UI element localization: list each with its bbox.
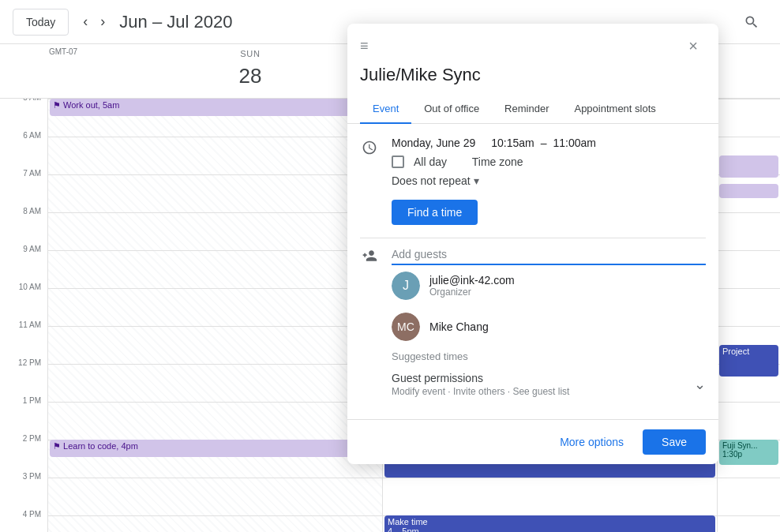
time-3pm: 3 PM: [23, 472, 41, 481]
more-options-button[interactable]: More options: [547, 429, 636, 455]
tab-reminder[interactable]: Reminder: [492, 95, 561, 124]
time-1pm: 1 PM: [23, 396, 41, 405]
event-learn-code[interactable]: ⚑ Learn to code, 4pm: [50, 440, 381, 457]
allday-label[interactable]: All day: [414, 155, 447, 168]
permissions-title: Guest permissions: [392, 372, 569, 384]
event-workout-sun[interactable]: ⚑ Work out, 5am: [50, 99, 381, 116]
clock-icon: [360, 138, 379, 157]
modal-tabs: Event Out of office Reminder Appointment…: [347, 95, 718, 124]
datetime-row: Monday, June 29 10:15am – 11:00am All da…: [360, 137, 706, 225]
guest-role-julie: Organizer: [429, 287, 706, 298]
modal-title: Julie/Mike Sync: [347, 65, 718, 95]
event-right-1[interactable]: [719, 155, 778, 178]
time-7am: 7 AM: [23, 169, 41, 178]
permissions-row[interactable]: Guest permissions Modify event · Invite …: [392, 372, 706, 397]
permissions-info: Guest permissions Modify event · Invite …: [392, 372, 569, 397]
add-guests-input[interactable]: [392, 245, 706, 265]
tab-out-of-office[interactable]: Out of office: [411, 95, 492, 124]
guest-avatar-mike: MC: [392, 313, 420, 341]
find-time-button[interactable]: Find a time: [392, 200, 478, 225]
event-right-2[interactable]: [719, 184, 778, 198]
time-6am: 6 AM: [23, 131, 41, 140]
time-9am: 9 AM: [23, 245, 41, 253]
datetime-display: Monday, June 29 10:15am – 11:00am: [392, 137, 706, 149]
guest-avatar-julie: J: [392, 272, 420, 300]
event-project-right[interactable]: Project: [719, 345, 778, 377]
sunday-column[interactable]: ⚑ Work out, 5am ⚑ Learn to code, 4pm: [47, 99, 382, 532]
guests-content: J julie@ink-42.com Organizer: [392, 245, 706, 397]
guest-item-julie: J julie@ink-42.com Organizer: [392, 265, 706, 306]
permissions-details: Modify event · Invite others · See guest…: [392, 386, 569, 397]
time-11am: 11 AM: [19, 320, 41, 329]
timezone-label[interactable]: Time zone: [472, 155, 523, 168]
event-fuji-sync[interactable]: Fuji Syn... 1:30p: [719, 440, 778, 465]
gmt-label: GMT-07: [47, 44, 79, 59]
event-time-end[interactable]: 11:00am: [553, 137, 596, 149]
tab-event[interactable]: Event: [360, 95, 411, 124]
allday-row: All day Time zone: [392, 155, 706, 168]
chevron-down-icon: ▾: [474, 174, 479, 187]
svg-text:J: J: [403, 279, 409, 292]
guests-icon: [360, 246, 379, 265]
close-button[interactable]: ×: [681, 33, 706, 58]
time-8am: 8 AM: [23, 207, 41, 215]
day-num-sun[interactable]: 28: [233, 58, 268, 93]
allday-checkbox[interactable]: [392, 155, 404, 168]
svg-text:MC: MC: [397, 320, 414, 333]
time-12pm: 12 PM: [18, 358, 41, 367]
guest-info-julie: julie@ink-42.com Organizer: [429, 274, 706, 298]
guest-name-mike: Mike Chang: [429, 320, 706, 333]
guest-item-mike: MC Mike Chang: [392, 306, 706, 347]
time-2pm: 2 PM: [23, 434, 41, 443]
prev-button[interactable]: ‹: [78, 9, 92, 35]
next-button[interactable]: ›: [96, 9, 110, 35]
time-separator: –: [541, 137, 547, 149]
datetime-content: Monday, June 29 10:15am – 11:00am All da…: [392, 137, 706, 225]
modal-body: Monday, June 29 10:15am – 11:00am All da…: [347, 124, 718, 416]
modal-footer: More options Save: [347, 419, 718, 464]
nav-arrows: ‹ ›: [78, 9, 110, 35]
guest-email-julie: julie@ink-42.com: [429, 274, 706, 287]
event-modal: ≡ × Julie/Mike Sync Event Out of office …: [347, 24, 718, 464]
suggested-times[interactable]: Suggested times: [392, 347, 706, 365]
save-button[interactable]: Save: [643, 429, 706, 455]
section-divider-1: [360, 238, 706, 238]
modal-header: ≡ ×: [347, 24, 718, 65]
tab-appointment-slots[interactable]: Appointment slots: [561, 95, 668, 124]
time-5am: 5 AM: [23, 99, 41, 102]
event-date[interactable]: Monday, June 29: [392, 137, 475, 149]
repeat-label: Does not repeat: [392, 174, 471, 187]
today-button[interactable]: Today: [13, 9, 69, 36]
drag-handle-icon[interactable]: ≡: [360, 38, 369, 54]
guests-row: J julie@ink-42.com Organizer: [360, 245, 706, 397]
event-make-time[interactable]: Make time 4 – 5pm: [384, 515, 715, 532]
time-4pm: 4 PM: [23, 510, 41, 519]
right-column: Project Fuji Syn... 1:30p ng Stra... 8:3…: [717, 99, 780, 532]
time-10am: 10 AM: [19, 283, 41, 291]
search-icon[interactable]: [736, 6, 767, 38]
time-labels: 5 AM 6 AM 7 AM 8 AM 9 AM 10 AM 11 AM 12 …: [0, 99, 47, 532]
chevron-down-icon-permissions: ⌄: [694, 376, 706, 393]
guest-info-mike: Mike Chang: [429, 320, 706, 333]
repeat-row[interactable]: Does not repeat ▾: [392, 174, 706, 187]
event-time-start[interactable]: 10:15am: [491, 137, 534, 149]
repeat-dropdown[interactable]: Does not repeat ▾: [392, 174, 479, 187]
